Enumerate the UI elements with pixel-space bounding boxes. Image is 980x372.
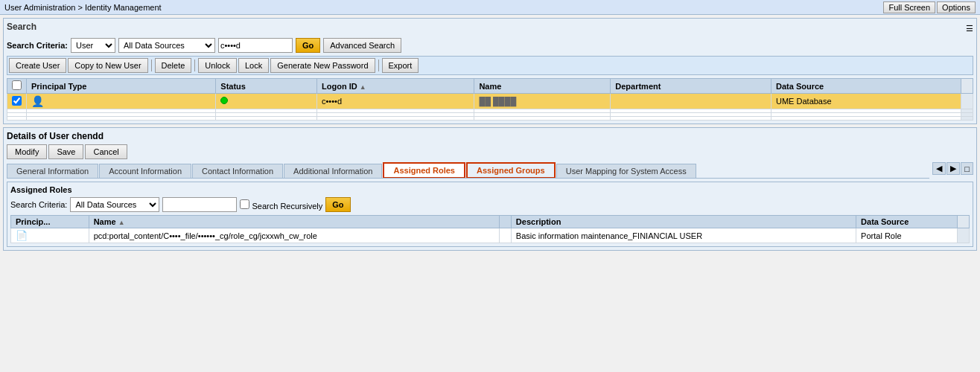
roles-row-scroll	[958, 228, 970, 243]
tab-user-mapping[interactable]: User Mapping for System Access	[556, 164, 696, 178]
breadcrumb-part1: User Administration	[4, 3, 75, 12]
roles-row-spacer	[499, 228, 511, 243]
roles-row-principal: 📄	[11, 228, 89, 243]
roles-col-principal: Princip...	[11, 216, 89, 228]
empty-cell	[27, 117, 216, 121]
empty-cell	[317, 117, 474, 121]
assigned-roles-panel: Assigned Roles Search Criteria: All Data…	[7, 182, 973, 247]
row-checkbox-cell	[7, 94, 27, 109]
roles-col-datasource: Data Source	[856, 216, 958, 228]
search-go-button[interactable]: Go	[296, 38, 320, 53]
search-section-header: Search ☰	[7, 22, 973, 35]
status-indicator	[220, 97, 228, 104]
details-section: Details of User chendd Modify Save Cance…	[3, 127, 977, 251]
roles-col-name: Name ▲	[89, 216, 499, 228]
role-icon: 📄	[16, 230, 28, 241]
copy-to-new-user-button[interactable]: Copy to New User	[68, 58, 147, 73]
lock-button[interactable]: Lock	[238, 58, 269, 73]
search-results-table: Principal Type Status Logon ID ▲ Name De…	[7, 78, 973, 121]
search-input[interactable]: c••••d	[218, 38, 293, 53]
roles-row-datasource: Portal Role	[856, 228, 958, 243]
roles-search-row: Search Criteria: All Data Sources Search…	[10, 197, 970, 212]
table-row-empty-3	[7, 117, 973, 121]
roles-search-criteria-label: Search Criteria:	[10, 200, 67, 209]
row-status	[216, 94, 317, 109]
top-buttons: Full Screen Options	[883, 1, 976, 13]
row-checkbox[interactable]	[12, 96, 22, 106]
results-table-header: Principal Type Status Logon ID ▲ Name De…	[7, 79, 973, 94]
section-collapse-icon[interactable]: ☰	[966, 24, 973, 33]
tab-assigned-roles[interactable]: Assigned Roles	[383, 162, 465, 178]
empty-scroll	[961, 117, 973, 121]
search-section: Search ☰ Search Criteria: User All Data …	[3, 18, 977, 124]
col-principal-type: Principal Type	[27, 79, 216, 94]
roles-row-description: Basic information maintenance_FINIANCIAL…	[511, 228, 856, 243]
tab-nav-prev[interactable]: ◀	[932, 162, 946, 175]
tab-assigned-groups[interactable]: Assigned Groups	[466, 162, 556, 178]
generate-password-button[interactable]: Generate New Password	[270, 58, 375, 73]
roles-table-header: Princip... Name ▲ Description Data Sourc…	[11, 216, 970, 228]
tab-contact-information[interactable]: Contact Information	[192, 164, 283, 178]
details-title: Details of User chendd	[7, 131, 973, 141]
tab-nav-expand[interactable]: □	[961, 162, 973, 175]
create-user-button[interactable]: Create User	[9, 58, 66, 73]
search-criteria-row: Search Criteria: User All Data Sources c…	[7, 38, 973, 53]
roles-search-input[interactable]	[162, 197, 237, 212]
roles-table: Princip... Name ▲ Description Data Sourc…	[10, 215, 970, 243]
results-table-body: 👤 c••••d ██ ████ UME Database	[7, 94, 973, 121]
tab-general-information[interactable]: General Information	[7, 164, 98, 178]
toolbar-separator-3	[378, 60, 379, 71]
fullscreen-button[interactable]: Full Screen	[883, 1, 935, 13]
roles-col-spacer	[499, 216, 511, 228]
modify-button[interactable]: Modify	[7, 144, 47, 159]
roles-go-button[interactable]: Go	[325, 197, 350, 212]
row-logon-id: c••••d	[317, 94, 474, 109]
save-button[interactable]: Save	[48, 144, 83, 159]
export-button[interactable]: Export	[382, 58, 419, 73]
search-recursively-checkbox[interactable]	[240, 199, 249, 209]
col-datasource: Data Source	[771, 79, 961, 94]
row-datasource: UME Database	[771, 94, 961, 109]
name-sort-icon: ▲	[118, 219, 125, 226]
roles-table-body: 📄 pcd:portal_content/C••••_file/••••••_c…	[11, 228, 970, 243]
empty-cell	[474, 117, 611, 121]
roles-datasource-select[interactable]: All Data Sources	[70, 197, 159, 212]
breadcrumb-part2: Identity Management	[85, 3, 162, 12]
advanced-search-button[interactable]: Advanced Search	[323, 38, 401, 53]
search-toolbar: Create User Copy to New User Delete Unlo…	[7, 56, 973, 75]
unlock-button[interactable]: Unlock	[198, 58, 237, 73]
roles-col-scroll	[958, 216, 970, 228]
logon-sort-icon: ▲	[360, 83, 366, 91]
user-icon: 👤	[31, 95, 44, 107]
tab-bar: General Information Account Information …	[7, 162, 929, 179]
assigned-roles-panel-title: Assigned Roles	[10, 185, 970, 194]
delete-button[interactable]: Delete	[155, 58, 192, 73]
tab-account-information[interactable]: Account Information	[99, 164, 191, 178]
tab-additional-information[interactable]: Additional Information	[284, 164, 382, 178]
roles-table-container: Princip... Name ▲ Description Data Sourc…	[10, 215, 970, 243]
search-datasource-select[interactable]: All Data Sources	[118, 38, 215, 53]
empty-cell	[611, 117, 771, 121]
row-name: ██ ████	[474, 94, 611, 109]
toolbar-separator-1	[151, 60, 152, 71]
col-logon-id[interactable]: Logon ID ▲	[317, 79, 474, 94]
select-all-checkbox[interactable]	[12, 80, 22, 90]
table-row[interactable]: 👤 c••••d ██ ████ UME Database	[7, 94, 973, 109]
search-type-select[interactable]: User	[71, 38, 115, 53]
row-department	[611, 94, 771, 109]
options-button[interactable]: Options	[937, 1, 976, 13]
modify-toolbar: Modify Save Cancel	[7, 144, 973, 159]
tab-nav-next[interactable]: ▶	[946, 162, 960, 175]
empty-cell	[7, 117, 27, 121]
cancel-button[interactable]: Cancel	[85, 144, 127, 159]
roles-col-description: Description	[511, 216, 856, 228]
roles-table-row[interactable]: 📄 pcd:portal_content/C••••_file/••••••_c…	[11, 228, 970, 243]
search-recursively-label: Search Recursively	[240, 199, 322, 211]
toolbar-separator-2	[194, 60, 195, 71]
roles-row-name: pcd:portal_content/C••••_file/••••••_cg/…	[89, 228, 499, 243]
col-checkbox	[7, 79, 27, 94]
col-scrollbar	[961, 79, 973, 94]
search-results-container: Principal Type Status Logon ID ▲ Name De…	[7, 78, 973, 121]
empty-cell	[771, 117, 961, 121]
breadcrumb-separator: >	[77, 3, 84, 12]
